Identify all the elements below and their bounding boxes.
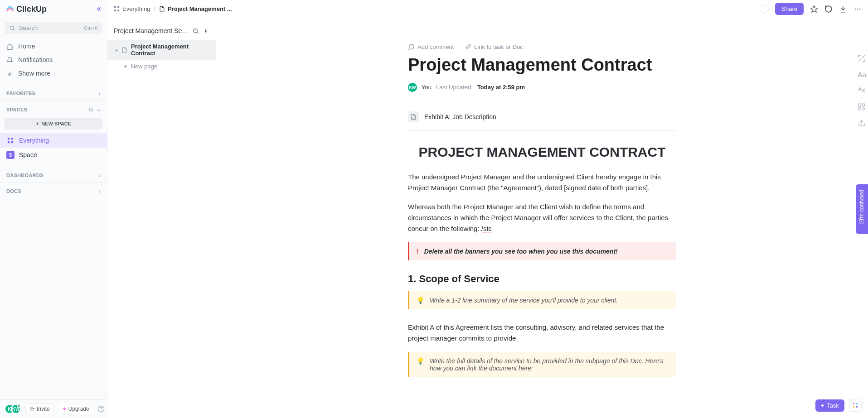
nav-home[interactable]: Home <box>0 39 107 53</box>
search-icon[interactable] <box>88 107 94 112</box>
comment-icon[interactable] <box>824 5 833 13</box>
spaces-section[interactable]: SPACES ⌄ <box>0 101 107 114</box>
tip-banner[interactable]: 💡 Write a 1-2 line summary of the servic… <box>408 291 676 309</box>
grid-icon <box>114 6 120 12</box>
tree-new-page[interactable]: + New page <box>107 60 216 73</box>
svg-rect-5 <box>11 141 13 143</box>
svg-point-16 <box>859 8 860 9</box>
everything-icon <box>6 136 15 144</box>
doc-tree-header: Project Management Services Co... <box>107 24 216 40</box>
link-to-task-button[interactable]: Link to task or Doc <box>465 43 523 50</box>
doc-scroll[interactable]: Add comment Link to task or Doc Project … <box>216 18 868 418</box>
section-heading[interactable]: 1. Scope of Service <box>408 273 676 285</box>
add-comment-button[interactable]: Add comment <box>408 43 454 50</box>
lightbulb-icon: 💡 <box>417 297 424 304</box>
svg-rect-4 <box>8 141 10 143</box>
search-shortcut: Ctrl+K <box>84 25 98 31</box>
clickup-logo-icon <box>5 5 15 14</box>
svg-rect-19 <box>863 104 865 106</box>
svg-rect-8 <box>114 6 116 8</box>
space-everything[interactable]: Everything <box>0 133 107 148</box>
search-icon <box>9 25 15 31</box>
share-out-icon[interactable] <box>858 119 866 127</box>
svg-point-24 <box>856 406 858 408</box>
doc-icon <box>121 47 127 53</box>
main-content: Everything / Project Management ... Shar… <box>107 0 868 418</box>
doc-byline: KW You Last Updated: Today at 2:59 pm <box>408 83 676 92</box>
docs-section[interactable]: DOCS › <box>0 183 107 196</box>
favorites-section[interactable]: FAVORITES › <box>0 85 107 98</box>
tree-page-current[interactable]: ▸ Project Management Contract <box>107 40 216 60</box>
dashboards-section[interactable]: DASHBOARDS › <box>0 167 107 180</box>
warning-banner[interactable]: ! Delete all the banners you see too whe… <box>408 242 676 260</box>
feedback-tab[interactable]: ⓘ I'm confused <box>856 184 868 234</box>
logo-text: ClickUp <box>16 5 47 14</box>
lightbulb-icon: 💡 <box>417 357 424 365</box>
svg-point-15 <box>857 8 858 9</box>
sidebar: ClickUp Search Ctrl+K Home Notificat <box>0 0 107 418</box>
subpage-link[interactable]: Exhibit A: Job Description <box>408 103 676 131</box>
new-task-button[interactable]: + Task <box>815 399 844 412</box>
plus-icon: + <box>124 63 127 70</box>
space-item[interactable]: S Space <box>0 148 107 162</box>
exclamation-icon: ! <box>417 248 419 255</box>
expand-icon[interactable] <box>858 54 866 62</box>
svg-point-1 <box>89 108 92 111</box>
svg-point-6 <box>31 407 33 409</box>
space-badge-icon: S <box>6 151 15 159</box>
activity-icon[interactable] <box>760 5 769 14</box>
chevron-right-icon: › <box>99 188 101 194</box>
svg-point-13 <box>825 6 832 12</box>
breadcrumb-everything[interactable]: Everything <box>114 5 150 12</box>
doc-title[interactable]: Project Management Contract <box>408 55 676 76</box>
more-icon[interactable] <box>853 5 862 13</box>
svg-point-17 <box>194 29 198 33</box>
share-button[interactable]: Share <box>775 3 804 15</box>
doc-paragraph[interactable]: Exhibit A of this Agreement lists the co… <box>408 322 676 344</box>
avatar: KW <box>11 404 21 414</box>
doc-icon <box>159 6 165 12</box>
svg-point-22 <box>856 403 858 405</box>
breadcrumb-doc[interactable]: Project Management ... <box>159 5 232 12</box>
logo[interactable]: ClickUp <box>5 5 47 14</box>
new-space-button[interactable]: + NEW SPACE <box>5 118 102 130</box>
chevron-right-icon: › <box>99 91 101 96</box>
svg-rect-18 <box>859 104 861 106</box>
doc-paragraph[interactable]: Whereas both the Project Manager and the… <box>408 202 676 234</box>
bottom-right-actions: + Task <box>815 399 862 412</box>
templates-icon[interactable] <box>858 103 866 111</box>
doc-top-actions: Add comment Link to task or Doc <box>408 43 676 50</box>
apps-button[interactable] <box>849 399 862 412</box>
chevron-down-icon <box>6 70 14 77</box>
tip-banner[interactable]: 💡 Write the full details of the service … <box>408 352 676 377</box>
invite-button[interactable]: Invite <box>25 404 54 414</box>
help-icon[interactable] <box>97 405 105 413</box>
author-name: You <box>422 84 432 91</box>
download-icon[interactable] <box>839 5 847 13</box>
collapse-icon[interactable] <box>203 28 209 34</box>
right-rail: Aa <box>858 54 866 127</box>
svg-rect-2 <box>8 138 10 139</box>
svg-rect-11 <box>117 10 119 11</box>
nav-show-more[interactable]: Show more <box>0 67 107 80</box>
search-input[interactable]: Search Ctrl+K <box>5 22 102 34</box>
typography-icon[interactable]: Aa <box>858 71 866 78</box>
contract-heading[interactable]: PROJECT MANAGEMENT CONTRACT <box>408 144 676 160</box>
plus-icon: + <box>36 121 39 126</box>
nav-notifications[interactable]: Notifications <box>0 53 107 67</box>
chevron-down-icon[interactable]: ⌄ <box>97 106 101 112</box>
doc-tree-title[interactable]: Project Management Services Co... <box>114 27 189 34</box>
breadcrumb: Everything / Project Management ... <box>114 5 232 12</box>
upgrade-button[interactable]: ✦ Upgrade <box>58 404 93 414</box>
avatar-stack[interactable]: K KW <box>5 404 21 414</box>
svg-rect-9 <box>117 6 119 8</box>
style-icon[interactable] <box>858 86 866 95</box>
search-icon[interactable] <box>192 28 199 34</box>
doc-paragraph[interactable]: The undersigned Project Manager and the … <box>408 172 676 193</box>
doc-main: Add comment Link to task or Doc Project … <box>397 43 687 377</box>
svg-marker-12 <box>811 5 818 12</box>
breadcrumb-separator: / <box>154 5 155 12</box>
collapse-sidebar-icon[interactable] <box>95 6 102 12</box>
plus-icon: + <box>821 402 824 409</box>
star-icon[interactable] <box>810 5 818 13</box>
